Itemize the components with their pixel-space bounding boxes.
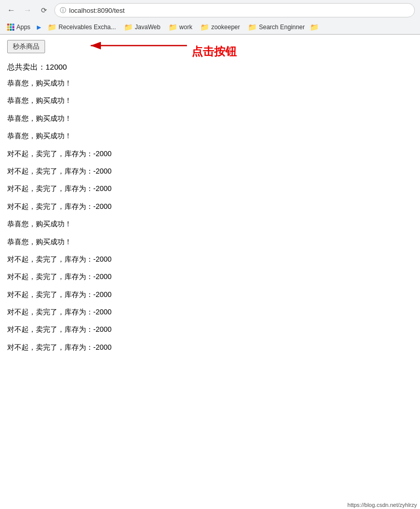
result-item: 恭喜您，购买成功！ (7, 233, 413, 250)
result-item: 对不起，卖完了，库存为：-2000 (7, 162, 413, 180)
seckill-button[interactable]: 秒杀商品 (7, 40, 45, 53)
bookmark-work[interactable]: 📁 work (165, 22, 195, 32)
bookmark-apps[interactable]: Apps (4, 23, 33, 32)
bookmarks-bar: Apps ► 📁 Receivables Excha... 📁 JavaWeb … (0, 20, 420, 34)
result-item: 恭喜您，购买成功！ (7, 92, 413, 109)
click-hint-text: 点击按钮 (192, 44, 237, 59)
result-item: 恭喜您，购买成功！ (7, 215, 413, 232)
result-item: 对不起，卖完了，库存为：-2000 (7, 180, 413, 197)
result-item: 对不起，卖完了，库存为：-2000 (7, 250, 413, 268)
folder-receivables-icon: 📁 (48, 23, 56, 31)
bookmark-apps-label: Apps (16, 24, 30, 31)
browser-toolbar: ← → ⟳ ⓘ localhost:8090/test (0, 0, 420, 20)
result-item: 恭喜您，购买成功！ (7, 127, 413, 144)
bookmark-work-label: work (179, 24, 192, 31)
lock-icon: ⓘ (60, 6, 66, 15)
folder-javaweb-icon: 📁 (124, 23, 133, 31)
bookmark-receivables-label: Receivables Excha... (58, 24, 116, 31)
bookmark-zookeeper[interactable]: 📁 zookeeper (197, 22, 243, 32)
page-content: 秒杀商品 点击按钮 总共卖出：12000 恭喜您，购买成功！恭喜您，购买成功！恭… (0, 35, 420, 361)
result-item: 对不起，卖完了，库存为：-2000 (7, 338, 413, 356)
result-item: 对不起，卖完了，库存为：-2000 (7, 303, 413, 321)
total-sold-text: 总共卖出：12000 (7, 62, 413, 72)
url-text: localhost:8090/test (69, 7, 124, 14)
bookmark-chevron-icon: ► (35, 23, 43, 31)
result-list: 恭喜您，购买成功！恭喜您，购买成功！恭喜您，购买成功！恭喜您，购买成功！对不起，… (7, 74, 413, 356)
bookmark-receivables[interactable]: 📁 Receivables Excha... (45, 22, 119, 32)
result-item: 恭喜您，购买成功！ (7, 74, 413, 92)
result-item: 对不起，卖完了，库存为：-2000 (7, 286, 413, 303)
bookmark-search-label: Search Enginner (259, 24, 304, 31)
back-button[interactable]: ← (5, 4, 17, 16)
reload-button[interactable]: ⟳ (38, 4, 50, 16)
bookmark-javaweb-label: JavaWeb (135, 24, 160, 31)
result-item: 对不起，卖完了，库存为：-2000 (7, 268, 413, 285)
folder-extra-icon: 📁 (310, 23, 319, 31)
forward-button[interactable]: → (22, 4, 34, 16)
result-item: 对不起，卖完了，库存为：-2000 (7, 145, 413, 162)
result-item: 对不起，卖完了，库存为：-2000 (7, 198, 413, 215)
folder-search-icon: 📁 (248, 23, 257, 31)
result-item: 恭喜您，购买成功！ (7, 110, 413, 127)
bookmark-zookeeper-label: zookeeper (211, 24, 240, 31)
folder-zookeeper-icon: 📁 (200, 23, 209, 31)
result-item: 对不起，卖完了，库存为：-2000 (7, 321, 413, 338)
button-row: 秒杀商品 点击按钮 (7, 40, 413, 58)
browser-chrome: ← → ⟳ ⓘ localhost:8090/test Apps ► 📁 Rec… (0, 0, 420, 35)
apps-grid-icon (7, 24, 14, 31)
bookmark-search[interactable]: 📁 Search Enginner (245, 22, 307, 32)
address-bar[interactable]: ⓘ localhost:8090/test (54, 3, 415, 17)
bookmark-javaweb[interactable]: 📁 JavaWeb (121, 22, 163, 32)
folder-work-icon: 📁 (169, 23, 177, 31)
